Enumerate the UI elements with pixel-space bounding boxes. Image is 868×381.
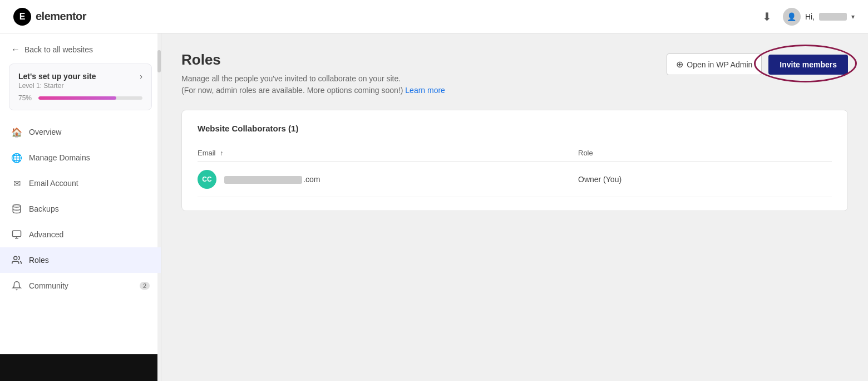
sidebar-item-manage-domains[interactable]: 🌐 Manage Domains <box>0 145 161 170</box>
hi-text: Hi, <box>805 12 815 21</box>
sidebar-item-advanced[interactable]: Advanced <box>0 222 161 247</box>
sidebar-item-community[interactable]: Community 2 <box>0 273 161 299</box>
progress-bar-fill <box>38 96 116 100</box>
main-content: Roles Manage all the people you've invit… <box>161 33 868 381</box>
logo: E elementor <box>13 8 86 26</box>
email-icon: ✉ <box>11 178 22 189</box>
sidebar-nav: 🏠 Overview 🌐 Manage Domains ✉ Email Acco… <box>0 119 161 299</box>
user-initials: CC <box>202 175 211 183</box>
sidebar-item-roles[interactable]: Roles <box>0 247 161 273</box>
avatar: 👤 <box>783 8 801 26</box>
scrollbar-thumb <box>157 50 161 72</box>
setup-card-header: Let's set up your site › <box>18 72 142 81</box>
community-badge: 2 <box>140 282 150 290</box>
sidebar-item-overview[interactable]: 🏠 Overview <box>0 119 161 145</box>
invite-members-label: Invite members <box>780 60 837 69</box>
email-header-label: Email <box>198 149 216 157</box>
sidebar-item-label-roles: Roles <box>29 256 49 265</box>
back-arrow-icon: ← <box>11 45 20 55</box>
user-menu[interactable]: 👤 Hi, ▾ <box>783 8 855 26</box>
backups-icon <box>11 203 22 214</box>
roles-icon <box>11 255 22 266</box>
wp-icon: ⊕ <box>676 59 683 70</box>
collaborators-title: Website Collaborators (1) <box>198 124 832 133</box>
user-email-text: .com <box>223 175 320 184</box>
sidebar-item-email-account[interactable]: ✉ Email Account <box>0 170 161 196</box>
download-icon[interactable]: ⬇ <box>762 10 772 23</box>
home-icon: 🏠 <box>11 126 22 138</box>
page-header: Roles Manage all the people you've invit… <box>181 51 848 96</box>
collaborators-table: Email ↑ Role CC <box>198 144 832 197</box>
sidebar-item-label-advanced: Advanced <box>29 230 63 239</box>
learn-more-link[interactable]: Learn more <box>405 86 445 95</box>
sidebar-item-label-backups: Backups <box>29 204 59 213</box>
advanced-icon <box>11 229 22 240</box>
sidebar-item-label-community: Community <box>29 281 68 290</box>
sidebar-item-backups[interactable]: Backups <box>0 196 161 222</box>
user-avatar: CC <box>198 170 216 189</box>
invite-members-button[interactable]: Invite members <box>768 55 848 75</box>
svg-point-4 <box>14 256 17 260</box>
user-cell: CC .com <box>198 170 578 189</box>
table-row: CC .com Owner (You) <box>198 162 832 197</box>
community-icon <box>11 280 22 291</box>
svg-point-0 <box>13 205 21 208</box>
page-header-text: Roles Manage all the people you've invit… <box>181 51 445 96</box>
sidebar-item-label-domains: Manage Domains <box>29 153 90 162</box>
setup-card-chevron-icon: › <box>140 72 142 81</box>
user-role-cell: Owner (You) <box>578 162 832 197</box>
user-email-cell: CC .com <box>198 162 578 197</box>
chevron-down-icon: ▾ <box>851 13 855 21</box>
page-desc-line2: (For now, admin roles are available. Mor… <box>181 86 403 95</box>
setup-card[interactable]: Let's set up your site › Level 1: Starte… <box>9 63 152 110</box>
sort-icon: ↑ <box>220 149 223 157</box>
page-description: Manage all the people you've invited to … <box>181 73 445 96</box>
role-header-label: Role <box>578 149 593 157</box>
username-text <box>819 13 847 21</box>
collaborators-card: Website Collaborators (1) Email ↑ Role <box>181 110 848 211</box>
sidebar-bottom-bar <box>0 354 161 381</box>
setup-card-subtitle: Level 1: Starter <box>18 82 142 90</box>
email-blurred <box>224 176 302 184</box>
role-column-header: Role <box>578 144 832 162</box>
progress-bar-background <box>38 96 142 100</box>
page-title: Roles <box>181 51 445 69</box>
page-desc-line1: Manage all the people you've invited to … <box>181 74 401 83</box>
progress-bar-container: 75% <box>18 94 142 102</box>
open-wp-admin-button[interactable]: ⊕ Open in WP Admin <box>667 53 762 75</box>
top-header: E elementor ⬇ 👤 Hi, ▾ <box>0 0 868 33</box>
setup-card-title: Let's set up your site <box>18 72 96 81</box>
globe-icon: 🌐 <box>11 152 22 163</box>
sidebar-item-label-overview: Overview <box>29 128 61 136</box>
page-actions: ⊕ Open in WP Admin Invite members <box>667 53 848 75</box>
svg-rect-1 <box>13 231 21 237</box>
logo-icon: E <box>13 8 31 26</box>
open-wp-admin-label: Open in WP Admin <box>687 60 752 69</box>
back-link-label: Back to all websites <box>24 45 93 54</box>
logo-text: elementor <box>36 10 86 23</box>
layout: ← Back to all websites Let's set up your… <box>0 33 868 381</box>
user-role-label: Owner (You) <box>578 175 622 184</box>
sidebar-item-label-email: Email Account <box>29 179 78 188</box>
sidebar: ← Back to all websites Let's set up your… <box>0 33 161 381</box>
back-to-websites-link[interactable]: ← Back to all websites <box>0 33 161 63</box>
header-right: ⬇ 👤 Hi, ▾ <box>762 8 855 26</box>
email-column-header[interactable]: Email ↑ <box>198 144 578 162</box>
progress-label: 75% <box>18 94 34 102</box>
